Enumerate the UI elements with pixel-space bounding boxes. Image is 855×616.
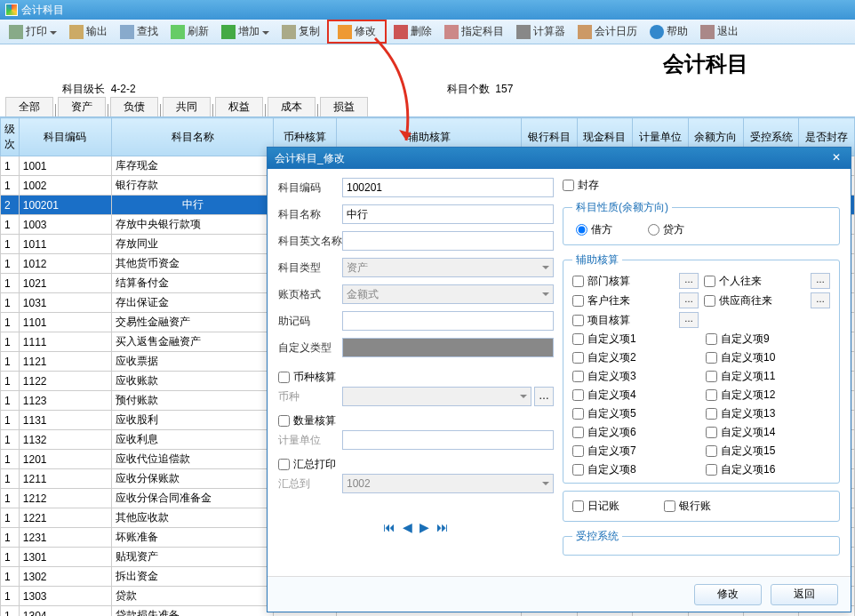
aux-部门核算-checkbox[interactable] [572,276,584,287]
tab-资产[interactable]: 资产 [58,97,106,116]
toolbar-计算器-button[interactable]: 计算器 [511,21,571,42]
toolbar-指定科目-button[interactable]: 指定科目 [439,21,509,42]
custom-checkbox[interactable] [572,445,584,457]
tab-全部[interactable]: 全部 [5,97,53,116]
col-header[interactable]: 级次 [1,118,20,156]
dialog-title: 会计科目_修改 [275,151,345,166]
close-icon[interactable]: ✕ [829,151,843,165]
custom-item: 自定义项2 [572,350,697,365]
custom-item: 自定义项9 [706,332,830,347]
qty-checkbox[interactable] [278,415,290,427]
i-del-icon [394,25,408,39]
journal-fieldset: 日记账 银行账 [563,491,840,522]
i-out-icon [69,25,84,39]
page-header: 会计科目 [0,44,855,80]
aux-item: 项目核算 [572,312,674,328]
nav-prev-icon[interactable]: ◀ [403,520,412,534]
currency-checkbox[interactable] [278,372,290,383]
custom-type-select[interactable] [342,338,554,357]
aux-browse-button[interactable]: … [679,273,699,289]
toolbar-增加-button[interactable]: 增加 [216,21,275,42]
custom-checkbox[interactable] [706,389,717,401]
app-title: 会计科目 [21,3,64,18]
credit-radio-label[interactable]: 贷方 [648,222,684,237]
custom-checkbox[interactable] [706,333,717,345]
col-header[interactable]: 科目编码 [19,118,111,156]
tab-成本[interactable]: 成本 [268,97,316,116]
aux-browse-button[interactable]: … [811,292,830,308]
toolbar-帮助-button[interactable]: 帮助 [644,21,693,42]
count-label: 科目个数 [447,83,490,95]
i-print-icon [9,25,23,39]
toolbar-查找-button[interactable]: 查找 [115,21,164,42]
custom-checkbox[interactable] [706,371,717,382]
mnemonic-input[interactable] [342,311,554,331]
custom-checkbox[interactable] [572,352,584,364]
aux-供应商往来-checkbox[interactable] [704,295,715,307]
category-tabs: 全部资产负债共同权益成本损益 [0,98,855,117]
custom-checkbox[interactable] [572,427,584,438]
record-nav: ⏮ ◀ ▶ ⏭ [278,520,554,534]
qty-chk-label: 数量核算 [293,413,336,428]
daily-journal-checkbox[interactable] [572,500,584,512]
qty-unit-input[interactable] [342,430,554,450]
tab-负债[interactable]: 负债 [110,97,158,116]
custom-item: 自定义项1 [572,332,697,347]
toolbar-打印-button[interactable]: 打印 [4,21,62,42]
toolbar-修改-button[interactable]: 修改 [327,20,387,44]
custom-checkbox[interactable] [706,464,717,476]
bank-journal-checkbox[interactable] [664,500,675,512]
back-button[interactable]: 返回 [771,584,838,605]
toolbar-输出-button[interactable]: 输出 [64,21,113,42]
custom-checkbox[interactable] [572,333,584,345]
toolbar-退出-button[interactable]: 退出 [695,21,744,42]
format-select[interactable]: 金额式 [342,284,554,304]
toolbar-复制-button[interactable]: 复制 [276,21,325,42]
type-select[interactable]: 资产 [342,258,554,277]
sealed-checkbox[interactable] [563,180,574,191]
debit-radio-label[interactable]: 借方 [576,222,612,237]
custom-checkbox[interactable] [572,408,584,420]
debit-radio[interactable] [576,224,587,236]
aux-个人往来-checkbox[interactable] [704,276,715,287]
sum-checkbox[interactable] [278,459,290,470]
aux-项目核算-checkbox[interactable] [572,315,584,326]
currency-browse-button[interactable]: … [534,387,554,406]
sum-chk-label: 汇总打印 [293,457,336,472]
tab-共同[interactable]: 共同 [163,97,211,116]
col-header[interactable]: 科目名称 [111,118,273,156]
custom-checkbox[interactable] [572,464,584,476]
tab-损益[interactable]: 损益 [320,97,368,116]
toolbar-刷新-button[interactable]: 刷新 [165,21,214,42]
toolbar-会计日历-button[interactable]: 会计日历 [572,21,643,42]
ok-button[interactable]: 修改 [694,584,762,605]
page-title: 会计科目 [663,50,748,78]
custom-checkbox[interactable] [706,427,717,438]
nav-next-icon[interactable]: ▶ [420,520,429,534]
currency-select[interactable] [342,387,531,406]
count-value: 157 [495,83,513,95]
nav-first-icon[interactable]: ⏮ [383,520,396,534]
aux-browse-button[interactable]: … [679,312,699,328]
name-input[interactable] [342,204,554,224]
custom-checkbox[interactable] [706,352,717,364]
custom-item: 自定义项10 [706,350,830,365]
currency-chk-label: 币种核算 [293,370,336,385]
sum-select[interactable]: 1002 [342,474,554,493]
code-input[interactable] [342,178,554,197]
aux-browse-button[interactable]: … [679,292,699,308]
custom-checkbox[interactable] [706,408,717,420]
aux-browse-button[interactable]: … [811,273,830,289]
custom-checkbox[interactable] [572,371,584,382]
custom-checkbox[interactable] [706,445,717,457]
tab-权益[interactable]: 权益 [215,97,263,116]
level-value: 4-2-2 [111,83,136,95]
credit-radio[interactable] [648,224,659,236]
custom-item: 自定义项8 [572,462,697,477]
nav-last-icon[interactable]: ⏭ [436,520,449,534]
toolbar-删除-button[interactable]: 删除 [388,21,437,42]
type-label: 科目类型 [278,260,342,276]
custom-checkbox[interactable] [572,389,584,401]
aux-客户往来-checkbox[interactable] [572,295,584,307]
ename-input[interactable] [342,231,554,251]
